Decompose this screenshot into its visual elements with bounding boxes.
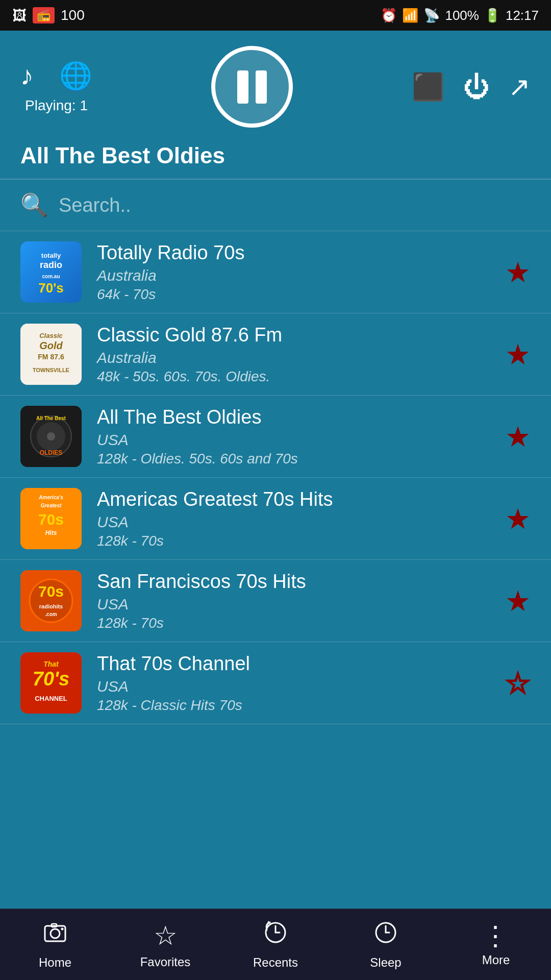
station-info-6: That 70s Channel USA 128k - Classic Hits… xyxy=(97,653,490,714)
favorites-star-icon: ☆ xyxy=(154,920,178,951)
pause-button[interactable] xyxy=(211,46,293,128)
search-input[interactable] xyxy=(59,194,531,216)
station-info-1: Totally Radio 70s Australia 64k - 70s xyxy=(97,242,490,303)
svg-text:CHANNEL: CHANNEL xyxy=(35,695,67,702)
current-station-title: All The Best Oldies xyxy=(0,138,551,180)
station-details-4: 128k - 70s xyxy=(97,533,490,549)
station-logo-6: That 70's CHANNEL xyxy=(20,652,82,714)
list-item[interactable]: Classic Gold FM 87.6 TOWNSVILLE Classic … xyxy=(0,313,551,396)
station-info-4: Americas Greatest 70s Hits USA 128k - 70… xyxy=(97,488,490,549)
svg-text:com.au: com.au xyxy=(42,274,60,279)
svg-text:70's: 70's xyxy=(33,668,69,690)
station-name-2: Classic Gold 87.6 Fm xyxy=(97,324,490,346)
station-name-5: San Franciscos 70s Hits xyxy=(97,571,490,593)
bottom-nav: Home ☆ Favorites Recents Sleep ⋮ More xyxy=(0,909,551,980)
station-info-3: All The Best Oldies USA 128k - Oldies. 5… xyxy=(97,406,490,467)
status-count: 100 xyxy=(61,7,85,23)
station-logo-4: America's Greatest 70s Hits xyxy=(20,488,82,549)
signal-icon: 📡 xyxy=(423,8,440,23)
station-info-2: Classic Gold 87.6 Fm Australia 48k - 50s… xyxy=(97,324,490,385)
station-country-2: Australia xyxy=(97,349,490,366)
station-logo-3: All The Best OLDIES xyxy=(20,406,82,467)
battery-icon: 🔋 xyxy=(484,8,500,23)
list-item[interactable]: America's Greatest 70s Hits Americas Gre… xyxy=(0,478,551,560)
music-note-icon[interactable]: ♪ xyxy=(20,60,34,91)
svg-text:FM 87.6: FM 87.6 xyxy=(38,353,64,361)
svg-text:radio: radio xyxy=(40,260,62,270)
svg-text:TOWNSVILLE: TOWNSVILLE xyxy=(33,367,69,373)
wifi-icon: 📶 xyxy=(402,8,418,23)
svg-text:Greatest: Greatest xyxy=(41,503,62,508)
svg-text:totally: totally xyxy=(41,252,61,259)
nav-home[interactable]: Home xyxy=(0,920,110,970)
station-logo-2: Classic Gold FM 87.6 TOWNSVILLE xyxy=(20,324,82,385)
pause-icon xyxy=(237,70,267,104)
station-logo-1: totally radio com.au 70's xyxy=(20,241,82,303)
station-name-4: Americas Greatest 70s Hits xyxy=(97,488,490,510)
nav-favorites-label: Favorites xyxy=(140,955,191,969)
station-info-5: San Franciscos 70s Hits USA 128k - 70s xyxy=(97,571,490,631)
station-country-1: Australia xyxy=(97,267,490,284)
globe-icon[interactable]: 🌐 xyxy=(59,60,92,91)
status-left: 🖼 📻 100 xyxy=(12,7,85,24)
svg-text:70s: 70s xyxy=(38,511,64,528)
power-icon[interactable]: ⏻ xyxy=(463,71,490,102)
nav-favorites[interactable]: ☆ Favorites xyxy=(110,920,220,969)
favorite-star-2[interactable]: ★ xyxy=(505,338,531,371)
content-area: ♪ 🌐 Playing: 1 ⬛ ⏻ ↗ All The Best Oldies… xyxy=(0,31,551,909)
station-country-5: USA xyxy=(97,596,490,613)
svg-point-14 xyxy=(47,432,55,440)
favorite-star-1[interactable]: ★ xyxy=(505,256,531,289)
recents-history-icon xyxy=(263,920,288,951)
player-header: ♪ 🌐 Playing: 1 ⬛ ⏻ ↗ xyxy=(0,31,551,138)
station-details-1: 64k - 70s xyxy=(97,286,490,303)
svg-text:Hits: Hits xyxy=(45,529,57,536)
svg-text:That: That xyxy=(43,660,59,668)
svg-text:radiohits: radiohits xyxy=(39,603,63,609)
stop-icon[interactable]: ⬛ xyxy=(412,71,445,103)
station-country-4: USA xyxy=(97,513,490,531)
nav-recents-label: Recents xyxy=(253,955,298,970)
favorite-star-4[interactable]: ★ xyxy=(505,502,531,535)
station-list: totally radio com.au 70's Totally Radio … xyxy=(0,231,551,909)
share-icon[interactable]: ↗ xyxy=(508,71,531,102)
player-left: ♪ 🌐 Playing: 1 xyxy=(20,60,92,114)
station-name-1: Totally Radio 70s xyxy=(97,242,490,264)
status-right: ⏰ 📶 📡 100% 🔋 12:17 xyxy=(381,8,539,23)
list-item[interactable]: That 70's CHANNEL That 70s Channel USA 1… xyxy=(0,642,551,724)
svg-point-32 xyxy=(51,929,60,938)
player-left-icons: ♪ 🌐 xyxy=(20,60,92,91)
list-item[interactable]: totally radio com.au 70's Totally Radio … xyxy=(0,231,551,313)
nav-sleep-label: Sleep xyxy=(370,955,401,970)
list-item[interactable]: All The Best OLDIES All The Best Oldies … xyxy=(0,396,551,478)
nav-more-label: More xyxy=(482,953,510,967)
svg-text:70s: 70s xyxy=(38,583,64,600)
list-item[interactable]: 70s radiohits .com San Franciscos 70s Hi… xyxy=(0,560,551,642)
station-country-3: USA xyxy=(97,431,490,449)
station-title-text: All The Best Oldies xyxy=(20,143,531,168)
favorite-star-5[interactable]: ★ xyxy=(505,584,531,618)
alarm-icon: ⏰ xyxy=(381,8,397,23)
svg-text:America's: America's xyxy=(38,495,63,500)
nav-sleep[interactable]: Sleep xyxy=(331,920,441,970)
favorite-star-6[interactable]: ☆ xyxy=(505,667,531,700)
svg-point-34 xyxy=(61,927,64,930)
search-icon: 🔍 xyxy=(20,192,48,218)
svg-text:Gold: Gold xyxy=(39,340,63,351)
more-dots-icon: ⋮ xyxy=(482,922,510,949)
battery-level: 100% xyxy=(445,8,479,23)
nav-recents[interactable]: Recents xyxy=(220,920,331,970)
favorite-star-3[interactable]: ★ xyxy=(505,420,531,453)
photo-icon: 🖼 xyxy=(12,7,27,24)
radio-icon: 📻 xyxy=(33,7,55,23)
pause-bar-right xyxy=(256,70,267,104)
sleep-clock-icon xyxy=(373,920,398,951)
svg-text:.com: .com xyxy=(45,611,57,617)
nav-more[interactable]: ⋮ More xyxy=(441,922,551,967)
station-name-3: All The Best Oldies xyxy=(97,406,490,428)
status-bar: 🖼 📻 100 ⏰ 📶 📡 100% 🔋 12:17 xyxy=(0,0,551,31)
nav-home-label: Home xyxy=(39,955,71,970)
home-camera-icon xyxy=(42,920,68,951)
playing-label: Playing: 1 xyxy=(25,97,88,114)
station-details-5: 128k - 70s xyxy=(97,615,490,631)
